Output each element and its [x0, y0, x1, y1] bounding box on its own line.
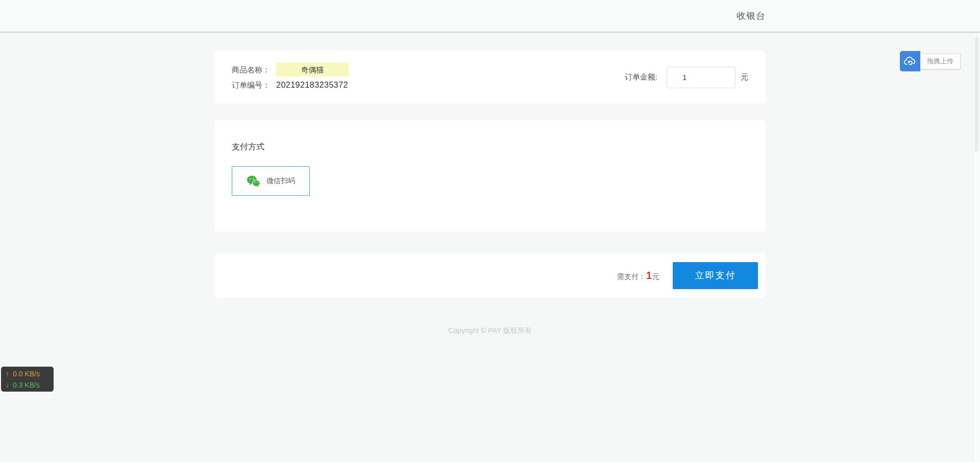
amount-input[interactable] [667, 67, 736, 88]
order-amount-group: 订单金额: 元 [625, 67, 748, 88]
copyright-text: Copyright © PAY 版权所有 [214, 326, 766, 336]
checkout-card: 需支付： 1 元 立即支付 [214, 253, 766, 298]
drag-upload-label[interactable]: 拖拽上传 [920, 54, 961, 69]
due-amount-value: 1 [646, 270, 652, 281]
wechat-icon [247, 175, 260, 187]
up-arrow-icon: ↑ [6, 368, 13, 379]
due-label: 需支付： [617, 272, 646, 281]
order-no-row: 订单编号： 202192183235372 [232, 78, 349, 93]
product-name-value: 奇偶猫 [276, 63, 349, 76]
order-no-value: 202192183235372 [276, 78, 348, 93]
order-info-card: 商品名称： 奇偶猫 订单编号： 202192183235372 订单金额: 元 [214, 51, 766, 104]
upload-speed-value: 0.0 KB/s [13, 368, 40, 379]
cloud-upload-icon[interactable] [900, 51, 920, 71]
download-speed-row: ↓ 0.3 KB/s [6, 379, 54, 391]
net-speed-widget: ↑ 0.0 KB/s ↓ 0.3 KB/s [1, 367, 54, 392]
drag-upload-widget[interactable]: 拖拽上传 [900, 51, 961, 71]
header: 收银台 [0, 0, 980, 33]
order-no-label: 订单编号： [232, 78, 270, 93]
pay-now-button[interactable]: 立即支付 [673, 262, 758, 289]
product-name-row: 商品名称： 奇偶猫 [232, 62, 349, 78]
wechat-pay-option[interactable]: 微信扫码 [232, 166, 310, 196]
scrollbar-thumb[interactable] [975, 37, 978, 151]
due-amount-group: 需支付： 1 元 [617, 270, 659, 281]
main-container: 商品名称： 奇偶猫 订单编号： 202192183235372 订单金额: 元 … [214, 51, 766, 336]
due-unit: 元 [652, 272, 659, 281]
download-speed-value: 0.3 KB/s [13, 379, 40, 391]
payment-section-title: 支付方式 [232, 142, 748, 152]
amount-label: 订单金额: [625, 72, 657, 82]
upload-speed-row: ↑ 0.0 KB/s [6, 368, 54, 379]
scrollbar[interactable] [973, 34, 980, 462]
payment-method-card: 支付方式 微信扫码 [214, 120, 766, 232]
product-name-label: 商品名称： [232, 62, 270, 78]
cashier-title: 收银台 [737, 10, 766, 22]
amount-unit: 元 [741, 72, 748, 82]
down-arrow-icon: ↓ [6, 379, 13, 391]
wechat-pay-label: 微信扫码 [266, 176, 295, 186]
